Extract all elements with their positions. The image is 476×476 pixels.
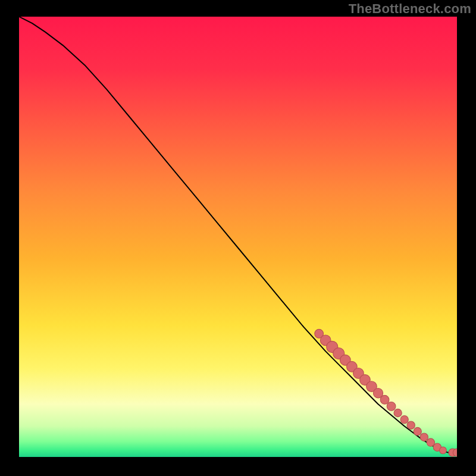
plot-svg (19, 17, 457, 457)
marker-point (420, 433, 428, 441)
gradient-rect (19, 17, 457, 457)
marker-point (400, 415, 408, 423)
marker-point (427, 439, 434, 446)
marker-point (414, 427, 421, 435)
watermark-text: TheBottleneck.com (349, 1, 471, 17)
marker-point (387, 402, 396, 411)
marker-point (407, 421, 415, 429)
chart-stage: TheBottleneck.com (0, 0, 476, 476)
marker-point (394, 409, 402, 416)
marker-point (440, 447, 447, 454)
plot-area (19, 17, 457, 457)
marker-point (380, 395, 389, 404)
